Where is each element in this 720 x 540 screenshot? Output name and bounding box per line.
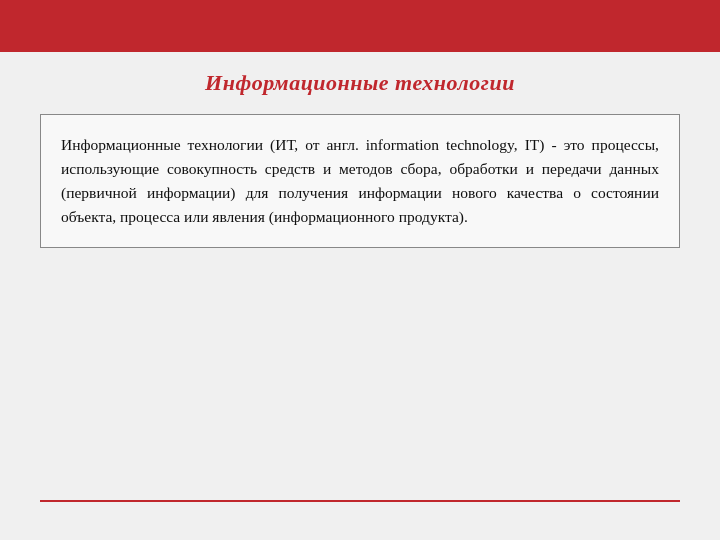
content-paragraph: Информационные технологии (ИТ, от англ. … [61, 133, 659, 229]
content-box: Информационные технологии (ИТ, от англ. … [40, 114, 680, 248]
red-header-bar [0, 0, 720, 52]
slide-container: Информационные технологии Информационные… [0, 0, 720, 540]
bottom-divider-line [40, 500, 680, 502]
page-title: Информационные технологии [0, 70, 720, 96]
